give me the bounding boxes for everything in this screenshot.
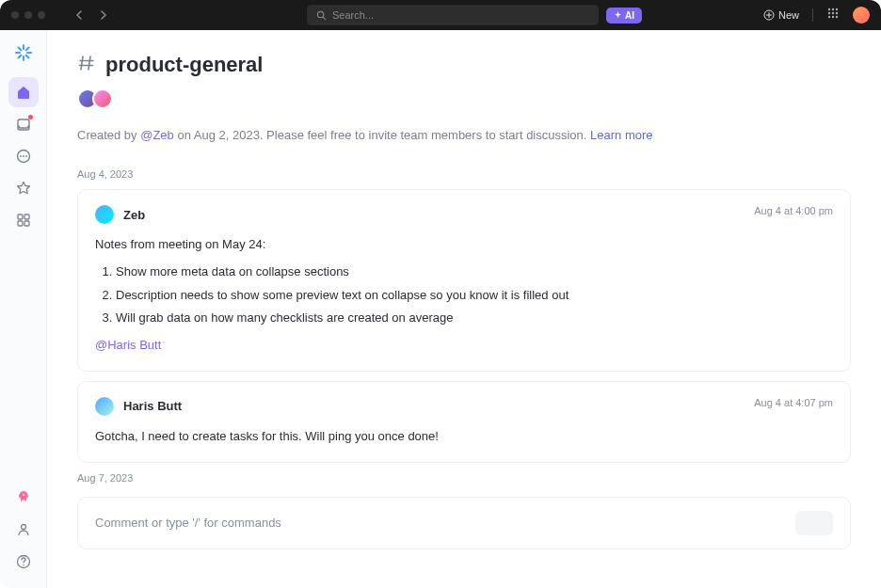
divider	[812, 8, 813, 22]
sidebar-item-more[interactable]	[8, 141, 39, 171]
channel-title: product-general	[105, 53, 263, 77]
svg-point-7	[836, 12, 838, 14]
svg-point-10	[836, 16, 838, 18]
nav-forward-button[interactable]	[94, 7, 111, 24]
sidebar-item-upgrade[interactable]	[8, 483, 39, 513]
post: Zeb Aug 4 at 4:00 pm Notes from meeting …	[77, 189, 851, 372]
hash-icon	[77, 54, 96, 77]
ai-button[interactable]: AI	[606, 8, 642, 24]
post-body: Gotcha, I need to create tasks for this.…	[95, 427, 833, 447]
plus-circle-icon	[763, 9, 775, 21]
svg-point-6	[832, 12, 834, 14]
avatar	[95, 205, 114, 224]
svg-rect-15	[18, 215, 23, 219]
svg-point-22	[23, 564, 24, 565]
svg-point-9	[832, 16, 834, 18]
user-mention[interactable]: @Haris Butt	[95, 338, 161, 352]
post-author[interactable]: Haris Butt	[123, 399, 182, 413]
grid-icon	[16, 213, 31, 228]
member-avatars[interactable]	[77, 88, 851, 109]
sidebar-item-help[interactable]	[8, 547, 39, 577]
titlebar-right: New	[763, 7, 870, 24]
creator-mention[interactable]: @Zeb	[140, 128, 174, 142]
search-icon	[316, 10, 327, 21]
send-button[interactable]	[795, 511, 833, 535]
app-logo[interactable]	[12, 41, 35, 64]
channel-description: Created by @Zeb on Aug 2, 2023. Please f…	[77, 128, 851, 142]
date-divider: Aug 7, 2023	[77, 472, 851, 484]
svg-point-12	[20, 155, 22, 157]
search-container: Search... AI	[307, 5, 642, 25]
post-header: Haris Butt	[95, 397, 833, 416]
close-window-icon[interactable]	[11, 11, 19, 19]
main-layout: product-general Created by @Zeb on Aug 2…	[0, 30, 881, 588]
minimize-window-icon[interactable]	[24, 11, 32, 19]
desc-text: on Aug 2, 2023. Please feel free to invi…	[174, 128, 590, 142]
svg-point-19	[23, 494, 24, 496]
maximize-window-icon[interactable]	[38, 11, 45, 19]
svg-rect-18	[24, 221, 29, 226]
avatar	[92, 88, 113, 109]
sidebar-bottom	[8, 483, 39, 577]
ai-label: AI	[625, 10, 634, 21]
sidebar-item-favorites[interactable]	[8, 173, 39, 203]
post: Haris Butt Aug 4 at 4:07 pm Gotcha, I ne…	[77, 381, 851, 463]
list-item: Description needs to show some preview t…	[116, 286, 833, 306]
logo-icon	[14, 43, 33, 62]
svg-point-4	[836, 8, 838, 10]
post-timestamp: Aug 4 at 4:00 pm	[754, 205, 833, 216]
svg-point-2	[828, 8, 830, 10]
list-item: Show more meta data on collapse sections	[116, 262, 833, 282]
channel-header: product-general	[77, 53, 851, 77]
svg-rect-16	[24, 215, 29, 219]
post-timestamp: Aug 4 at 4:07 pm	[754, 397, 833, 408]
sidebar-item-home[interactable]	[8, 77, 39, 107]
post-list: Show more meta data on collapse sections…	[116, 262, 833, 328]
svg-point-5	[828, 12, 830, 14]
help-icon	[16, 554, 31, 569]
more-icon	[16, 149, 31, 164]
comment-input[interactable]	[95, 516, 795, 530]
list-item: Will grab data on how many checklists ar…	[116, 309, 833, 328]
svg-point-14	[25, 155, 27, 157]
svg-point-8	[828, 16, 830, 18]
content-area: product-general Created by @Zeb on Aug 2…	[47, 30, 881, 588]
sidebar-item-people[interactable]	[8, 515, 39, 545]
notification-dot-icon	[28, 115, 33, 119]
apps-grid-button[interactable]	[826, 7, 840, 24]
window-controls	[11, 11, 45, 19]
sidebar-item-inbox[interactable]	[8, 109, 39, 139]
titlebar: Search... AI New	[0, 0, 881, 30]
post-intro: Notes from meeting on May 24:	[95, 235, 833, 255]
learn-more-link[interactable]: Learn more	[590, 128, 652, 142]
svg-point-13	[23, 155, 24, 157]
svg-point-3	[832, 8, 834, 10]
rocket-icon	[16, 490, 31, 505]
svg-point-20	[21, 525, 25, 530]
search-placeholder: Search...	[332, 9, 589, 21]
nav-arrows	[72, 7, 111, 24]
post-header: Zeb	[95, 205, 833, 224]
desc-text: Created by	[77, 128, 140, 142]
star-icon	[16, 181, 31, 196]
home-icon	[16, 85, 31, 100]
user-avatar[interactable]	[853, 7, 870, 24]
post-author[interactable]: Zeb	[123, 208, 145, 222]
search-input[interactable]: Search...	[307, 5, 599, 25]
post-body: Notes from meeting on May 24: Show more …	[95, 235, 833, 356]
post-text: Gotcha, I need to create tasks for this.…	[95, 427, 833, 447]
avatar	[95, 397, 114, 416]
person-icon	[16, 522, 31, 537]
svg-rect-17	[18, 221, 23, 226]
new-label: New	[778, 9, 799, 21]
sidebar	[0, 30, 47, 588]
nav-back-button[interactable]	[72, 7, 88, 24]
comment-box	[77, 497, 851, 549]
svg-point-0	[317, 11, 323, 17]
sparkle-icon	[614, 11, 622, 20]
new-button[interactable]: New	[763, 9, 799, 21]
date-divider: Aug 4, 2023	[77, 168, 851, 180]
sidebar-item-dashboards[interactable]	[8, 205, 39, 235]
apps-grid-icon	[826, 7, 840, 20]
